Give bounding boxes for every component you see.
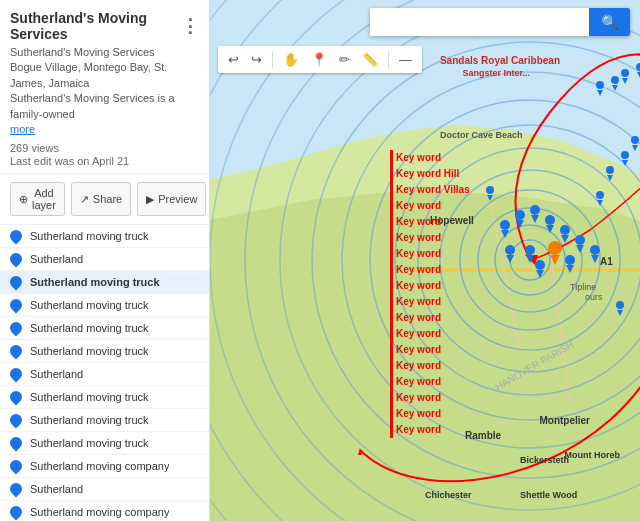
pin-icon [8, 504, 25, 521]
preview-button[interactable]: ▶ Preview [137, 182, 206, 216]
list-item-text: Sutherland moving truck [30, 299, 149, 311]
svg-marker-34 [576, 245, 584, 253]
more-options-icon[interactable]: ⋮ [181, 15, 199, 37]
collapse-button[interactable]: — [394, 49, 417, 70]
svg-point-33 [575, 235, 585, 245]
svg-point-25 [515, 210, 525, 220]
redo-button[interactable]: ↪ [246, 49, 267, 70]
pin-icon [8, 458, 25, 475]
list-item[interactable]: Sutherland moving company [0, 455, 209, 478]
panel-title-text: Sutherland's Moving Services [10, 10, 181, 42]
list-item[interactable]: Sutherland moving truck [0, 294, 209, 317]
keyword-item: Key word [390, 390, 470, 406]
pin-tool-button[interactable]: 📍 [306, 49, 332, 70]
draw-tool-button[interactable]: ✏ [334, 49, 355, 70]
list-item[interactable]: Sutherland moving truck [0, 386, 209, 409]
draw-icon: ✏ [339, 52, 350, 67]
pin-icon [8, 320, 25, 337]
share-icon: ↗ [80, 193, 89, 206]
svg-point-59 [611, 76, 619, 84]
svg-point-45 [590, 245, 600, 255]
list-item-text: Sutherland [30, 483, 83, 495]
pin-icon [8, 481, 25, 498]
minus-icon: — [399, 52, 412, 67]
list-item-text: Sutherland moving truck [30, 414, 149, 426]
list-item-text: Sutherland moving truck [30, 345, 149, 357]
svg-marker-32 [561, 235, 569, 243]
svg-marker-66 [617, 310, 623, 316]
keyword-item: Key word [390, 342, 470, 358]
svg-point-57 [596, 81, 604, 89]
hand-icon: ✋ [283, 52, 299, 67]
list-item[interactable]: Sutherland moving truck [0, 225, 209, 248]
undo-button[interactable]: ↩ [223, 49, 244, 70]
keyword-item: Key word [390, 326, 470, 342]
list-item-text: Sutherland moving truck [30, 391, 149, 403]
pin-icon: 📍 [311, 52, 327, 67]
map-toolbar: ↩ ↪ ✋ 📍 ✏ 📏 — [218, 46, 422, 73]
keyword-item: Key word [390, 214, 470, 230]
keyword-item: Key word [390, 374, 470, 390]
add-layer-button[interactable]: ⊕ Add layer [10, 182, 65, 216]
list-item[interactable]: Sutherland moving truck [0, 432, 209, 455]
keyword-item: Key word [390, 310, 470, 326]
svg-point-35 [548, 241, 562, 255]
keyword-item: Key word [390, 358, 470, 374]
list-item[interactable]: Sutherland moving company [0, 501, 209, 521]
hand-tool-button[interactable]: ✋ [278, 49, 304, 70]
pin-icon [8, 366, 25, 383]
svg-marker-62 [622, 78, 628, 84]
svg-point-37 [525, 245, 535, 255]
search-input[interactable] [370, 8, 589, 36]
svg-point-29 [545, 215, 555, 225]
svg-point-65 [616, 301, 624, 309]
keyword-item: Key word [390, 278, 470, 294]
shettle-wood-label: Shettle Wood [520, 490, 577, 500]
svg-point-31 [560, 225, 570, 235]
keyword-item: Key word [390, 262, 470, 278]
list-item-text: Sutherland moving truck [30, 276, 160, 288]
svg-text:ours: ours [585, 292, 603, 302]
list-item[interactable]: Sutherland moving truck [0, 340, 209, 363]
pin-icon [8, 412, 25, 429]
keyword-item: Key word [390, 198, 470, 214]
mount-horeb-label: Mount Horeb [565, 450, 621, 460]
list-item-text: Sutherland moving company [30, 460, 169, 472]
montpelier-label: Montpelier [539, 415, 590, 426]
svg-marker-24 [501, 230, 509, 238]
list-item-text: Sutherland [30, 368, 83, 380]
svg-point-43 [565, 255, 575, 265]
more-link[interactable]: more [10, 123, 35, 135]
search-bar: 🔍 [210, 8, 640, 36]
svg-point-55 [631, 136, 639, 144]
list-item[interactable]: Sutherland [0, 363, 209, 386]
list-item[interactable]: Sutherland moving truck [0, 271, 209, 294]
svg-marker-48 [487, 195, 493, 201]
search-button[interactable]: 🔍 [589, 8, 630, 36]
list-item-text: Sutherland moving truck [30, 322, 149, 334]
search-icon: 🔍 [601, 14, 618, 30]
sandals-label: Sandals Royal Caribbean [440, 55, 560, 66]
doctor-cave-label: Doctor Cave Beach [440, 130, 523, 140]
list-item[interactable]: Sutherland moving truck [0, 317, 209, 340]
list-item[interactable]: Sutherland moving truck [0, 409, 209, 432]
list-item[interactable]: Sutherland [0, 478, 209, 501]
add-layer-icon: ⊕ [19, 193, 28, 206]
pin-icon [8, 274, 25, 291]
list-item-text: Sutherland moving company [30, 506, 169, 518]
svg-marker-28 [531, 215, 539, 223]
share-button[interactable]: ↗ Share [71, 182, 131, 216]
last-edit: Last edit was on April 21 [10, 155, 199, 167]
keyword-item: Key word Villas [390, 182, 470, 198]
panel-subtitle: Sutherland's Moving Services Bogue Villa… [10, 45, 199, 137]
map-area[interactable]: A1 Tipline ours 🔍 ↩ ↪ ✋ 📍 [210, 0, 640, 521]
measure-tool-button[interactable]: 📏 [357, 49, 383, 70]
svg-point-27 [530, 205, 540, 215]
ramble-label: Ramble [465, 430, 501, 441]
list-item[interactable]: Sutherland [0, 248, 209, 271]
svg-point-41 [535, 260, 545, 270]
svg-marker-40 [506, 255, 514, 263]
panel-actions: ⊕ Add layer ↗ Share ▶ Preview [0, 174, 209, 225]
sangster-label: Sangster Inter... [462, 68, 530, 78]
pin-icon [8, 343, 25, 360]
